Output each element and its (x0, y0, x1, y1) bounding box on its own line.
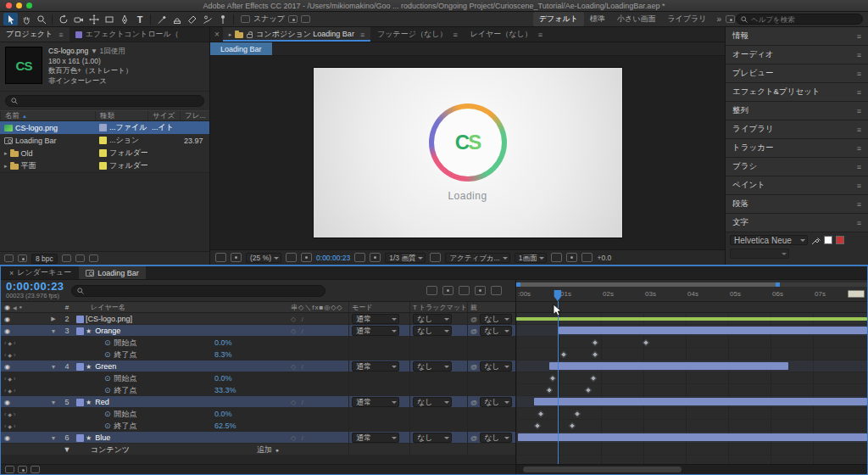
sidebar-panel-header[interactable]: トラッカー≡ (726, 139, 868, 158)
stopwatch-icon[interactable]: ⊙ (104, 386, 111, 394)
pen-tool-icon[interactable] (117, 13, 131, 25)
zoom-window-icon[interactable] (26, 3, 32, 8)
trkmat-dropdown[interactable]: なし (413, 397, 452, 407)
next-keyframe-icon[interactable]: › (14, 411, 15, 417)
project-column-header[interactable]: 種類 (95, 111, 147, 120)
new-composition-icon[interactable] (75, 254, 85, 262)
time-ruler[interactable]: :00s01s02s03s04s05s06s07s (516, 280, 867, 302)
sidebar-panel-header[interactable]: 情報≡ (726, 27, 868, 46)
trkmat-dropdown[interactable]: なし (413, 326, 452, 336)
add-keyframe-icon[interactable]: ◆ (8, 411, 12, 417)
project-item-row[interactable]: CS-logo.png...ファイル...イト (0, 121, 209, 134)
viewer-tab[interactable]: ▸コンポジション Loading Bar≡ (223, 27, 370, 42)
keyframe-diamond[interactable] (643, 339, 649, 346)
stopwatch-icon[interactable]: ⊙ (104, 350, 111, 359)
timeline-track-row[interactable] (516, 384, 867, 396)
next-keyframe-icon[interactable]: › (14, 376, 15, 382)
channels-icon[interactable] (370, 253, 381, 262)
parent-dropdown[interactable]: なし (480, 361, 512, 372)
timeline-property-row[interactable]: ‹◆›⊙開始点0.0% (1, 408, 515, 420)
timeline-property-row[interactable]: ‹◆›⊙開始点0.0% (1, 337, 515, 349)
property-value[interactable]: 0.0% (214, 374, 232, 383)
timeline-property-row[interactable]: ‹◆›⊙終了点8.3% (1, 349, 515, 360)
prev-keyframe-icon[interactable]: ‹ (4, 352, 6, 358)
clone-stamp-tool-icon[interactable] (170, 13, 184, 25)
panel-menu-icon[interactable]: ≡ (857, 88, 861, 97)
label-swatch[interactable] (76, 316, 84, 323)
snap-options2-icon[interactable] (301, 15, 310, 23)
keyframe-diamond[interactable] (585, 387, 592, 394)
motion-blur-icon[interactable] (475, 286, 486, 295)
label-swatch[interactable] (99, 162, 107, 170)
trkmat-dropdown[interactable]: なし (413, 314, 452, 324)
timeline-property-row[interactable]: ‹◆›⊙終了点33.3% (1, 384, 515, 396)
work-area-bar[interactable] (516, 282, 780, 287)
parent-dropdown[interactable]: なし (480, 314, 512, 324)
roto-brush-tool-icon[interactable] (200, 13, 214, 25)
workspace-overflow-icon[interactable]: » (716, 14, 721, 24)
prev-keyframe-icon[interactable]: ‹ (4, 388, 6, 394)
hand-tool-icon[interactable] (19, 13, 33, 25)
tab-effect-controls[interactable]: エフェクトコントロール（ (70, 27, 185, 42)
prev-keyframe-icon[interactable]: ‹ (4, 423, 6, 429)
sidebar-panel-header[interactable]: ブラシ≡ (726, 158, 868, 176)
blend-mode-dropdown[interactable]: 通常 (352, 433, 399, 443)
frame-blend-icon[interactable] (459, 286, 470, 295)
interpret-footage-icon[interactable] (4, 254, 14, 262)
sidebar-panel-header[interactable]: ペイント≡ (726, 176, 868, 195)
twirl-icon[interactable]: ▶ (47, 316, 60, 322)
fill-color-swatch[interactable] (824, 236, 832, 244)
timeline-layer-row[interactable]: ◉▼6★Blue◇ /通常なし@なし (1, 432, 515, 444)
layer-duration-bar[interactable] (534, 398, 867, 405)
label-swatch[interactable] (99, 149, 107, 157)
layer-duration-bar[interactable] (518, 433, 867, 441)
font-style-dropdown[interactable] (730, 249, 789, 259)
timeline-group-row[interactable]: ▼コンテンツ追加● (1, 444, 515, 455)
view-layout-dropdown[interactable]: 1画面 (515, 253, 548, 263)
close-tab-icon[interactable]: × (9, 269, 14, 277)
property-value[interactable]: 0.0% (214, 410, 232, 418)
adjust-exposure-icon[interactable] (581, 253, 593, 262)
delete-item-icon[interactable] (89, 254, 98, 262)
close-window-icon[interactable] (6, 3, 12, 8)
eye-icon[interactable]: ◉ (4, 399, 10, 406)
rotation-tool-icon[interactable] (56, 13, 70, 25)
project-column-header[interactable]: サイズ (147, 111, 180, 120)
pickwhip-icon[interactable]: @ (470, 316, 477, 323)
trkmat-dropdown[interactable]: なし (413, 361, 452, 372)
pickwhip-icon[interactable]: @ (470, 363, 477, 371)
layer-duration-bar[interactable] (549, 362, 788, 370)
panel-menu-icon[interactable]: ≡ (453, 31, 457, 39)
stroke-color-swatch[interactable] (836, 236, 844, 244)
snap-toggle-icon[interactable] (241, 15, 250, 23)
sidebar-panel-header[interactable]: オーディオ≡ (726, 46, 868, 64)
timeline-track-row[interactable] (516, 444, 867, 455)
panel-menu-icon[interactable]: ≡ (58, 31, 63, 39)
sidebar-panel-header[interactable]: 文字≡ (726, 214, 868, 232)
workspace-tab[interactable]: 標準 (584, 14, 611, 25)
tab-project[interactable]: プロジェクト ≡ (0, 27, 70, 42)
eye-icon[interactable]: ◉ (4, 363, 10, 371)
layer-name[interactable]: Green (95, 362, 116, 371)
stopwatch-icon[interactable]: ⊙ (104, 374, 111, 383)
brush-tool-icon[interactable] (154, 13, 169, 25)
layer-name[interactable]: Blue (95, 433, 110, 442)
timeline-layer-row[interactable]: ◉▼3★Orange◇ /通常なし@なし (1, 325, 515, 337)
add-property-button[interactable]: 追加 (257, 444, 272, 455)
panel-menu-icon[interactable]: ≡ (538, 31, 542, 39)
property-value[interactable]: 0.0% (214, 338, 232, 347)
timeline-track-row[interactable] (516, 432, 867, 444)
sidebar-panel-header[interactable]: ライブラリ≡ (726, 120, 868, 139)
grid-options-icon[interactable] (286, 253, 297, 262)
window-controls[interactable] (6, 3, 32, 8)
timeline-track-row[interactable] (516, 349, 867, 360)
property-name[interactable]: 開始点 (114, 373, 137, 384)
eyedropper-icon[interactable] (811, 236, 821, 245)
twirl-icon[interactable]: ▸ (4, 150, 8, 157)
timeline-track-row[interactable] (516, 408, 867, 420)
current-timecode[interactable]: 0:00:00:23 (6, 282, 64, 291)
twirl-icon[interactable]: ▼ (47, 400, 60, 405)
camera-dropdown[interactable]: アクティブカ... (445, 253, 509, 263)
property-name[interactable]: 終了点 (114, 349, 137, 360)
new-folder-icon[interactable] (62, 254, 71, 262)
